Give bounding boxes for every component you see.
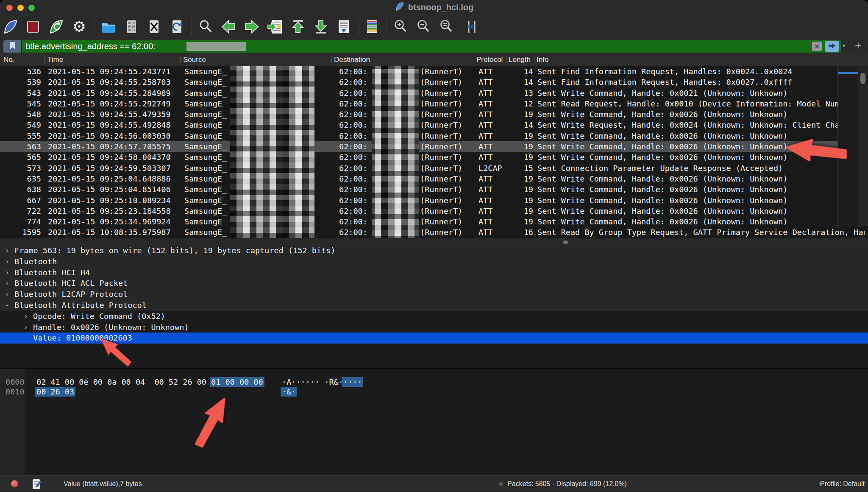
packet-protocol: ATT: [479, 206, 492, 216]
column-divider[interactable]: [331, 56, 332, 63]
column-divider[interactable]: [474, 56, 474, 63]
detail-tree-row[interactable]: ›Opcode: Write Command (0x52): [0, 311, 868, 322]
column-divider[interactable]: [506, 56, 506, 63]
packet-number: 638: [0, 184, 41, 195]
packet-destination: 62:00:: [339, 163, 367, 173]
packet-list-vertical-scrollbar[interactable]: [858, 66, 868, 226]
detail-tree-row[interactable]: ›Handle: 0x0026 (Unknown: Unknown): [0, 322, 868, 333]
packet-number: 539: [0, 77, 41, 87]
packet-protocol: ATT: [479, 88, 492, 98]
zoom-in-button[interactable]: [392, 17, 409, 36]
packet-row[interactable]: 6352021-05-15 09:25:04.648886SamsungE_62…: [0, 173, 865, 184]
packet-info: Sent Connection Parameter Update Respons…: [537, 163, 865, 173]
zoom-original-button[interactable]: [438, 17, 455, 36]
packet-source: SamsungE_: [184, 88, 227, 98]
expert-info-icon[interactable]: [11, 480, 18, 487]
detail-tree-row[interactable]: ›Bluetooth L2CAP Protocol: [0, 289, 868, 300]
detail-tree-row[interactable]: ›Frame 563: 19 bytes on wire (152 bits),…: [0, 245, 868, 256]
column-header-time[interactable]: Time: [47, 53, 175, 66]
status-profile[interactable]: Profile: Default: [820, 475, 865, 492]
scrollbar-thumb[interactable]: [563, 240, 568, 244]
apply-arrow-icon: [828, 43, 836, 50]
packet-row[interactable]: 5432021-05-15 09:24:55.284989SamsungE_62…: [0, 88, 865, 98]
auto-scroll-button[interactable]: [335, 17, 352, 36]
filter-dropdown-caret[interactable]: ▾: [843, 42, 846, 49]
column-divider[interactable]: [44, 56, 45, 63]
close-file-button[interactable]: [145, 17, 162, 36]
capture-options-button[interactable]: ⚙: [71, 17, 88, 36]
filter-expression-text: btle.advertising_address == 62:00:: [25, 40, 156, 53]
save-file-button[interactable]: 010101100101: [123, 17, 140, 36]
svg-text:0110: 0110: [128, 25, 135, 28]
column-header-protocol[interactable]: Protocol: [476, 53, 504, 66]
column-divider[interactable]: [180, 56, 181, 63]
filter-clear-button[interactable]: ✕: [812, 42, 822, 51]
detail-tree-row[interactable]: Value: 01000000002603: [0, 333, 868, 344]
packet-destination: 62:00:: [339, 206, 367, 216]
packet-row[interactable]: 5482021-05-15 09:24:55.479359SamsungE_62…: [0, 109, 865, 120]
packet-list-horizontal-scrollbar[interactable]: [0, 238, 868, 246]
stop-capture-button[interactable]: [25, 17, 42, 36]
detail-tree-row[interactable]: ›Bluetooth Attribute Protocol: [0, 300, 868, 311]
packet-row[interactable]: 5552021-05-15 09:24:56.003030SamsungE_62…: [0, 131, 865, 141]
colorize-button[interactable]: [364, 17, 381, 36]
packet-row[interactable]: 15952021-05-15 10:08:35.975987SamsungE_6…: [0, 227, 865, 238]
packet-row[interactable]: 5362021-05-15 09:24:55.243771SamsungE_62…: [0, 66, 865, 77]
packet-destination: 62:00:: [339, 173, 367, 184]
go-back-button[interactable]: [220, 17, 237, 36]
column-header-length[interactable]: Length: [509, 53, 531, 66]
packet-length: 14: [500, 66, 533, 77]
hex-line[interactable]: 000002 41 00 0e 00 0a 00 04 00 52 26 00 …: [0, 377, 868, 387]
packet-row[interactable]: 5452021-05-15 09:24:55.292749SamsungE_62…: [0, 98, 865, 109]
status-bar: Value (btatt.value),7 bytes Packets: 580…: [0, 475, 868, 492]
capture-file-properties-icon[interactable]: [32, 478, 42, 492]
open-file-button[interactable]: [100, 17, 117, 36]
column-header-no[interactable]: No.: [3, 53, 42, 66]
restart-capture-button[interactable]: [48, 17, 65, 36]
main-toolbar: ⚙ 010101100101: [0, 14, 868, 39]
packet-row[interactable]: 7222021-05-15 09:25:23.184558SamsungE_62…: [0, 206, 865, 216]
go-last-packet-button[interactable]: [312, 17, 329, 36]
packet-row[interactable]: 6672021-05-15 09:25:10.089234SamsungE_62…: [0, 195, 865, 206]
scrollbar-thumb[interactable]: [860, 73, 865, 84]
detail-tree-row[interactable]: ›Bluetooth HCI H4: [0, 267, 868, 278]
packet-time: 2021-05-15 09:24:55.243771: [48, 66, 171, 77]
filter-apply-button[interactable]: [825, 41, 839, 52]
packet-row[interactable]: 7742021-05-15 09:25:34.969924SamsungE_62…: [0, 216, 865, 227]
packet-length: 19: [500, 184, 533, 195]
packet-detail-pane: ›Frame 563: 19 bytes on wire (152 bits),…: [0, 245, 868, 368]
window-frame: btsnoop_hci.log ⚙ 010101100101: [0, 0, 868, 492]
column-header-source[interactable]: Source: [183, 53, 327, 66]
packet-row[interactable]: 5732021-05-15 09:24:59.503307SamsungE_62…: [0, 163, 865, 173]
packet-row[interactable]: 5392021-05-15 09:24:55.258703SamsungE_62…: [0, 77, 865, 87]
reload-file-button[interactable]: [168, 17, 185, 36]
hex-ascii-highlight: ····: [342, 377, 364, 387]
packet-row[interactable]: 5492021-05-15 09:24:55.492848SamsungE_62…: [0, 120, 865, 130]
go-first-packet-button[interactable]: [289, 17, 306, 36]
packet-length: 14: [500, 120, 533, 130]
packet-row[interactable]: 5632021-05-15 09:24:57.705575SamsungE_62…: [0, 141, 865, 152]
column-header-destination[interactable]: Destination: [334, 53, 470, 66]
packet-protocol: ATT: [479, 141, 492, 152]
detail-tree-row[interactable]: ›Bluetooth HCI ACL Packet: [0, 278, 868, 289]
go-forward-button[interactable]: [243, 17, 260, 36]
resize-columns-button[interactable]: [463, 17, 480, 36]
detail-tree-row[interactable]: ›Bluetooth: [0, 256, 868, 267]
packet-time: 2021-05-15 09:24:57.705575: [48, 141, 171, 152]
filter-add-button[interactable]: +: [851, 38, 865, 53]
go-to-packet-button[interactable]: [267, 17, 284, 36]
column-divider[interactable]: [534, 56, 534, 63]
packet-destination-name: (RunnerT): [420, 120, 462, 130]
filter-bookmark-button[interactable]: [3, 40, 22, 53]
packet-destination: 62:00:: [339, 141, 367, 152]
find-packet-button[interactable]: [197, 17, 214, 36]
wireshark-fin-toolbar-button[interactable]: [2, 17, 19, 36]
packet-row[interactable]: 6382021-05-15 09:25:04.851406SamsungE_62…: [0, 184, 865, 195]
packet-destination: 62:00:: [339, 152, 367, 162]
column-header-info[interactable]: Info: [537, 53, 706, 66]
display-filter-input[interactable]: btle.advertising_address == 62:00: ✕: [3, 40, 841, 53]
hex-line[interactable]: 001000 26 03·&·: [0, 387, 868, 397]
zoom-out-button[interactable]: [415, 17, 432, 36]
packet-row[interactable]: 5652021-05-15 09:24:58.004370SamsungE_62…: [0, 152, 865, 162]
packet-destination-name: (RunnerT): [420, 77, 462, 87]
